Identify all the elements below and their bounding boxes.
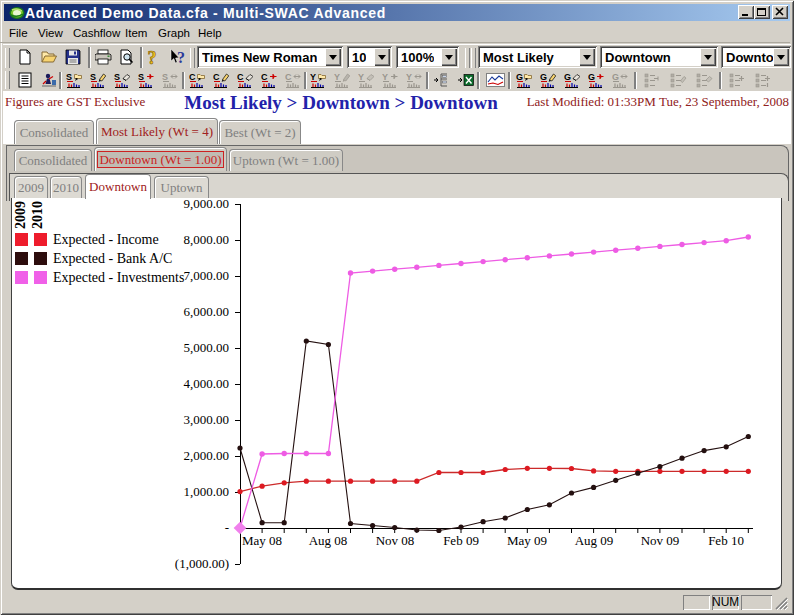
svg-text:S: S (90, 72, 96, 82)
svg-text:C: C (189, 72, 196, 82)
svg-text:G: G (516, 72, 523, 82)
svg-text:C: C (237, 72, 244, 82)
svg-text:Y: Y (334, 72, 340, 82)
svg-text:G: G (612, 72, 619, 82)
svg-text:C: C (213, 72, 220, 82)
svg-text:S: S (138, 72, 144, 82)
svg-text:G: G (564, 72, 571, 82)
svg-text:S: S (114, 72, 120, 82)
svg-text:Y: Y (358, 72, 364, 82)
svg-text:G: G (540, 72, 547, 82)
svg-text:C: C (261, 72, 268, 82)
svg-text:Y: Y (310, 72, 316, 82)
svg-text:Y: Y (406, 72, 412, 82)
svg-text:?: ? (148, 49, 157, 65)
svg-text:?: ? (177, 49, 185, 65)
svg-text:S: S (66, 72, 72, 82)
svg-text:Y: Y (382, 72, 388, 82)
svg-text:C: C (285, 72, 292, 82)
svg-text:S: S (162, 72, 168, 82)
svg-text:G: G (588, 72, 595, 82)
